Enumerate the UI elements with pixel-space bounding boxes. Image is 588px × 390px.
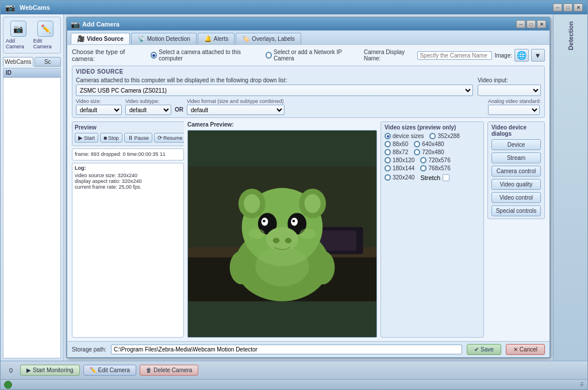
app-maximize-button[interactable]: □ bbox=[563, 3, 572, 12]
size-option-720x480[interactable]: 720x480 bbox=[414, 149, 444, 155]
svg-point-16 bbox=[293, 220, 295, 223]
dialog-close-button[interactable]: ✕ bbox=[537, 20, 546, 28]
size-option-180x144[interactable]: 180x144 bbox=[385, 165, 414, 171]
status-icon bbox=[4, 381, 12, 389]
video-source-section: VIDEO SOURCE Cameras attached to this co… bbox=[72, 66, 545, 118]
device-dialogs-title: Video device dialogs bbox=[491, 124, 541, 137]
size-option-720x576[interactable]: 720x576 bbox=[420, 157, 450, 163]
edit-camera-icon: ✏️ bbox=[37, 21, 53, 37]
size-label-device: device sizes bbox=[393, 133, 424, 139]
size-radio-180x144 bbox=[385, 165, 391, 171]
vs-size-select[interactable]: default bbox=[76, 105, 122, 115]
storage-path-input[interactable] bbox=[111, 345, 462, 354]
vs-camera-select[interactable]: ZSMC USB PC Camera (ZS0211) bbox=[76, 85, 473, 96]
vs-analog-select[interactable] bbox=[488, 105, 540, 115]
bottom-counter: 0 bbox=[5, 367, 17, 374]
vs-input-select[interactable] bbox=[478, 85, 541, 96]
camera-control-button[interactable]: Camera control bbox=[491, 166, 541, 177]
vs-format-label: Video format (size and subtype combined) bbox=[187, 98, 485, 104]
size-row-4: 180x120 720x576 bbox=[385, 157, 480, 163]
size-label-88x72: 88x72 bbox=[393, 149, 408, 155]
size-option-88x60[interactable]: 88x60 bbox=[385, 141, 408, 147]
app-close-button[interactable]: ✕ bbox=[574, 3, 583, 12]
save-button[interactable]: ✔ Save bbox=[467, 344, 501, 355]
bottom-edit-camera-button[interactable]: ✏️ Edit Camera bbox=[83, 365, 137, 376]
size-option-768x576[interactable]: 768x576 bbox=[420, 165, 450, 171]
video-quality-button[interactable]: Video quality bbox=[491, 179, 541, 190]
svg-point-18 bbox=[273, 238, 280, 243]
radio-local-camera[interactable]: Select a camera attached to this compute… bbox=[151, 49, 260, 62]
video-source-title: VIDEO SOURCE bbox=[76, 68, 541, 75]
start-label: Start bbox=[84, 135, 95, 141]
tab-motion-detection[interactable]: 📡 Motion Detection bbox=[131, 33, 197, 44]
size-option-180x120[interactable]: 180x120 bbox=[385, 157, 414, 163]
vs-row1: Cameras attached to this computer will b… bbox=[76, 77, 541, 96]
size-radio-device bbox=[385, 133, 391, 139]
vs-format-select[interactable]: default bbox=[187, 105, 285, 115]
detection-panel: Detection bbox=[553, 14, 587, 361]
preview-pause-button[interactable]: ⏸ Pause bbox=[124, 133, 153, 143]
stretch-checkbox[interactable] bbox=[443, 174, 449, 181]
preview-log-combined: Preview ▶ Start ■ Stop bbox=[72, 121, 184, 338]
size-row-5: 180x144 768x576 bbox=[385, 165, 480, 171]
alerts-tab-icon: 🔔 bbox=[204, 35, 212, 43]
tab-overlays[interactable]: 🏷️ Overlays, Labels bbox=[236, 33, 301, 44]
edit-camera-button[interactable]: ✏️ Edit Camera bbox=[32, 20, 59, 51]
tab-video-source[interactable]: 🎥 Video Source bbox=[71, 33, 130, 44]
vs-subtype-group: Video subtype: default bbox=[125, 98, 171, 115]
bottom-edit-camera-label: Edit Camera bbox=[98, 367, 130, 373]
dialog-titlebar: 📷 Add Camera ─ □ ✕ bbox=[67, 18, 549, 30]
dialog-minimize-button[interactable]: ─ bbox=[516, 20, 525, 28]
svg-point-19 bbox=[285, 238, 292, 243]
app-titlebar: 📷 WebCams ─ □ ✕ bbox=[1, 1, 587, 14]
preview-resume-button[interactable]: ⟳ Resume bbox=[154, 133, 184, 143]
dialog-icon: 📷 bbox=[71, 20, 80, 29]
size-radio-720x576 bbox=[420, 157, 426, 163]
image-browse-button[interactable]: ▾ bbox=[531, 49, 545, 62]
tab-sc[interactable]: Sc bbox=[34, 57, 62, 67]
app-minimize-button[interactable]: ─ bbox=[553, 3, 562, 12]
size-option-device[interactable]: device sizes bbox=[385, 133, 424, 139]
log-box: Log: video source size: 320x240 display … bbox=[72, 163, 184, 338]
tab-webcams[interactable]: WebCams bbox=[3, 57, 33, 67]
size-label-720x576: 720x576 bbox=[428, 157, 450, 163]
preview-start-button[interactable]: ▶ Start bbox=[75, 133, 98, 143]
tab-alerts[interactable]: 🔔 Alerts bbox=[198, 33, 235, 44]
add-camera-button[interactable]: 📷 Add Camera bbox=[5, 20, 32, 51]
size-radio-88x72 bbox=[385, 149, 391, 155]
size-row-3: 88x72 720x480 bbox=[385, 149, 480, 155]
detection-label: Detection bbox=[565, 19, 577, 52]
camera-name-area: Camera Display Name: Image: 🌐 ▾ bbox=[364, 49, 545, 62]
size-label-640: 640x480 bbox=[422, 141, 444, 147]
video-source-tab-icon: 🎥 bbox=[77, 35, 85, 43]
device-buttons: Device Stream Camera control bbox=[491, 139, 541, 216]
sidebar-col-header: ID bbox=[3, 68, 60, 78]
size-option-320x240[interactable]: 320x240 bbox=[385, 173, 414, 181]
vs-analog-group: Analog video standard: bbox=[488, 98, 541, 115]
motion-tab-label: Motion Detection bbox=[147, 36, 190, 42]
vs-size-group: Video size: default bbox=[76, 98, 122, 115]
vs-row2: Video size: default Video subtype: defau… bbox=[76, 98, 541, 115]
preview-stop-button[interactable]: ■ Stop bbox=[100, 133, 122, 143]
vs-subtype-select[interactable]: default bbox=[125, 105, 171, 115]
radio-network-camera[interactable]: Select or add a Network IP Camera bbox=[266, 49, 358, 62]
delete-camera-button[interactable]: 🗑 Delete Camera bbox=[140, 365, 198, 376]
special-controls-button[interactable]: Special controls bbox=[491, 205, 541, 216]
svg-point-20 bbox=[248, 228, 264, 239]
device-button[interactable]: Device bbox=[491, 139, 541, 150]
size-radio-720x480 bbox=[414, 149, 420, 155]
stream-button[interactable]: Stream bbox=[491, 152, 541, 163]
dialog-win-controls: ─ □ ✕ bbox=[516, 20, 546, 28]
size-option-640[interactable]: 640x480 bbox=[414, 141, 444, 147]
camera-name-input[interactable] bbox=[417, 51, 492, 60]
dialog-maximize-button[interactable]: □ bbox=[526, 20, 536, 28]
size-label-768x576: 768x576 bbox=[428, 165, 450, 171]
start-monitoring-button[interactable]: ▶ Start Monitoring bbox=[20, 365, 80, 376]
video-control-button[interactable]: Video control bbox=[491, 192, 541, 203]
app-window: 📷 WebCams ─ □ ✕ 📷 Add Camera ✏️ Edit Cam… bbox=[0, 0, 588, 390]
size-label-88x60: 88x60 bbox=[393, 141, 408, 147]
size-option-352[interactable]: 352x288 bbox=[429, 133, 459, 139]
cancel-button[interactable]: ✕ Cancel bbox=[506, 344, 545, 355]
image-button[interactable]: 🌐 bbox=[514, 49, 529, 62]
size-option-88x72[interactable]: 88x72 bbox=[385, 149, 408, 155]
